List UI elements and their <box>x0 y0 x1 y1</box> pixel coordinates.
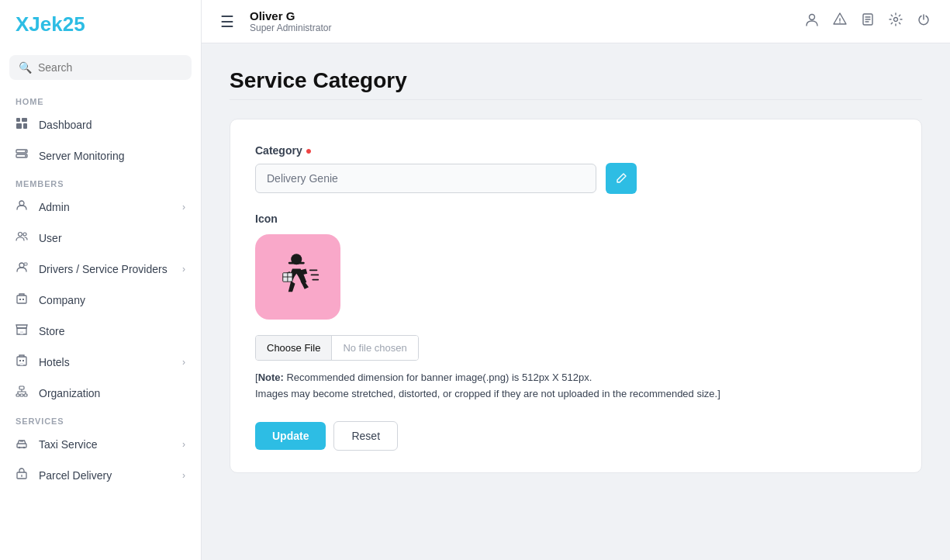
sidebar-item-drivers-service-providers[interactable]: Drivers / Service Providers › <box>0 254 201 285</box>
update-button[interactable]: Update <box>255 422 326 450</box>
sidebar-item-hotels[interactable]: Hotels › <box>0 347 201 378</box>
alert-icon[interactable] <box>832 12 848 31</box>
icon-preview <box>255 234 340 320</box>
brand-logo: XJek25 <box>0 0 201 49</box>
category-input[interactable] <box>255 164 596 193</box>
choose-file-button[interactable]: Choose File <box>256 336 332 360</box>
edit-category-button[interactable] <box>606 163 637 194</box>
section-label-members: MEMBERS <box>0 171 201 192</box>
sidebar-item-label-user: User <box>39 232 185 244</box>
form-actions: Update Reset <box>255 421 896 451</box>
file-name-display: No file chosen <box>332 336 417 360</box>
notes-icon[interactable] <box>860 12 876 31</box>
hotels-icon <box>16 354 29 370</box>
category-row <box>255 163 896 194</box>
file-input-wrapper: Choose File No file chosen <box>255 335 419 361</box>
brand-name-prefix: XJek <box>16 12 63 36</box>
profile-icon[interactable] <box>804 12 820 31</box>
svg-rect-14 <box>19 299 21 300</box>
power-icon[interactable] <box>916 12 931 31</box>
sidebar-item-admin[interactable]: Admin › <box>0 192 201 223</box>
store-icon <box>16 323 29 339</box>
sidebar-item-label-drivers: Drivers / Service Providers <box>39 263 173 275</box>
taxi-chevron-icon: › <box>182 439 185 450</box>
file-note: [Note: Recommended dimension for banner … <box>255 370 896 403</box>
main-area: ☰ Oliver G Super Administrator Service <box>202 0 950 560</box>
sidebar-item-label-server-monitoring: Server Monitoring <box>39 150 185 162</box>
reset-button[interactable]: Reset <box>333 421 398 451</box>
search-input[interactable] <box>38 61 182 74</box>
file-note-bold: Note: <box>258 372 284 383</box>
drivers-chevron-icon: › <box>182 264 185 275</box>
svg-rect-0 <box>16 118 20 122</box>
brand-name-suffix: 25 <box>63 12 85 36</box>
sidebar-item-label-hotels: Hotels <box>39 356 173 368</box>
sidebar-item-label-admin: Admin <box>39 201 173 213</box>
svg-rect-15 <box>22 299 24 300</box>
admin-icon <box>16 199 29 215</box>
sidebar-item-label-taxi-service: Taxi Service <box>39 438 173 451</box>
sidebar-item-user[interactable]: User <box>0 223 201 254</box>
category-label: Category ● <box>255 144 896 157</box>
delivery-person-illustration <box>271 250 325 304</box>
topbar: ☰ Oliver G Super Administrator <box>202 0 950 43</box>
taxi-service-icon <box>16 437 29 452</box>
sidebar-item-label-parcel-delivery: Parcel Delivery <box>39 469 173 482</box>
svg-rect-2 <box>16 123 22 129</box>
svg-point-7 <box>25 155 26 157</box>
svg-rect-18 <box>19 360 21 361</box>
hamburger-menu-icon[interactable]: ☰ <box>220 12 234 31</box>
user-icon <box>16 230 29 246</box>
svg-rect-22 <box>16 394 19 396</box>
search-container[interactable]: 🔍 <box>9 55 192 80</box>
svg-rect-16 <box>20 331 23 334</box>
svg-rect-21 <box>19 386 24 389</box>
svg-point-31 <box>839 22 841 23</box>
drivers-icon <box>16 261 29 277</box>
sidebar-item-dashboard[interactable]: Dashboard <box>0 109 201 140</box>
hotels-chevron-icon: › <box>182 357 185 368</box>
section-label-home: HOME <box>0 89 201 109</box>
sidebar-item-organization[interactable]: Organization <box>0 378 201 409</box>
topbar-action-icons <box>804 12 931 31</box>
svg-point-30 <box>810 15 815 20</box>
settings-icon[interactable] <box>888 12 903 31</box>
svg-point-6 <box>25 150 26 152</box>
svg-rect-35 <box>288 262 305 264</box>
sidebar-item-label-organization: Organization <box>39 387 185 399</box>
svg-rect-3 <box>23 123 27 129</box>
svg-point-26 <box>19 447 20 448</box>
sidebar-item-company[interactable]: Company <box>0 285 201 316</box>
sidebar-item-label-dashboard: Dashboard <box>39 119 185 131</box>
parcel-chevron-icon: › <box>182 470 185 481</box>
topbar-user-role: Super Administrator <box>250 22 795 33</box>
organization-icon <box>16 385 29 401</box>
search-icon: 🔍 <box>19 61 32 74</box>
svg-rect-25 <box>17 444 26 448</box>
sidebar-item-label-company: Company <box>39 294 185 306</box>
svg-rect-24 <box>20 394 23 396</box>
svg-point-11 <box>19 263 24 268</box>
parcel-delivery-icon <box>16 468 29 483</box>
svg-rect-19 <box>22 360 24 361</box>
svg-point-27 <box>23 447 25 448</box>
svg-rect-20 <box>20 363 23 365</box>
topbar-user-name: Oliver G <box>250 9 795 22</box>
sidebar-item-store[interactable]: Store <box>0 316 201 347</box>
svg-point-9 <box>19 233 22 237</box>
dashboard-icon <box>16 117 29 133</box>
page-content: Service Category Category ● Icon <box>202 43 950 560</box>
company-icon <box>16 292 29 308</box>
svg-rect-13 <box>17 296 26 303</box>
admin-chevron-icon: › <box>182 202 185 213</box>
sidebar-item-server-monitoring[interactable]: Server Monitoring <box>0 140 201 171</box>
page-title-divider <box>230 99 922 100</box>
section-label-services: SERVICES <box>0 409 201 429</box>
icon-label: Icon <box>255 213 896 225</box>
file-input-row: Choose File No file chosen <box>255 335 896 361</box>
sidebar-item-parcel-delivery[interactable]: Parcel Delivery › <box>0 460 201 491</box>
page-title: Service Category <box>230 68 922 93</box>
sidebar-item-taxi-service[interactable]: Taxi Service › <box>0 429 201 460</box>
sidebar: XJek25 🔍 HOME Dashboard Server Monitorin… <box>0 0 202 560</box>
svg-rect-28 <box>20 441 23 442</box>
